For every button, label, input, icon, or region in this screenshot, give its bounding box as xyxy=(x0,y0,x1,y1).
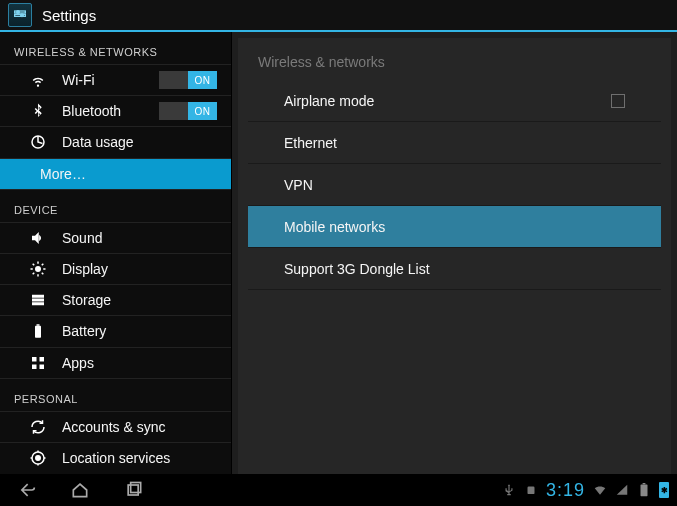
home-button[interactable] xyxy=(62,479,98,501)
status-clock: 3:19 xyxy=(546,480,585,501)
panel-item-ethernet[interactable]: Ethernet xyxy=(248,122,661,164)
detail-panel: Wireless & networks Airplane mode Ethern… xyxy=(232,32,677,474)
svg-rect-7 xyxy=(32,299,44,302)
svg-rect-19 xyxy=(641,484,648,496)
panel-item-airplane-mode[interactable]: Airplane mode xyxy=(248,80,661,122)
svg-rect-9 xyxy=(35,326,41,338)
section-header-device: DEVICE xyxy=(0,190,231,223)
sidebar-item-label: Sound xyxy=(62,230,102,246)
svg-rect-18 xyxy=(131,483,141,493)
svg-point-15 xyxy=(36,456,41,461)
sidebar-item-label: Storage xyxy=(62,292,111,308)
sidebar-item-storage[interactable]: Storage xyxy=(0,285,231,316)
section-header-personal: PERSONAL xyxy=(0,379,231,412)
bluetooth-toggle[interactable]: ON xyxy=(159,102,217,120)
sidebar-item-label: Battery xyxy=(62,323,106,339)
sidebar-item-more[interactable]: More… xyxy=(0,159,231,190)
panel-title: Wireless & networks xyxy=(238,38,671,80)
sound-icon xyxy=(28,228,48,248)
wifi-icon xyxy=(28,70,48,90)
sidebar-item-accounts-sync[interactable]: Accounts & sync xyxy=(0,412,231,443)
sidebar-item-label: More… xyxy=(40,166,86,182)
panel-item-label: Mobile networks xyxy=(284,219,385,235)
svg-rect-8 xyxy=(32,302,44,305)
sidebar-item-battery[interactable]: Battery xyxy=(0,316,231,347)
battery-icon xyxy=(28,321,48,341)
data-usage-icon xyxy=(28,132,48,152)
android-debug-icon xyxy=(524,483,538,497)
wifi-toggle[interactable]: ON xyxy=(159,71,217,89)
sidebar-item-data-usage[interactable]: Data usage xyxy=(0,127,231,158)
wifi-signal-icon xyxy=(593,483,607,497)
svg-rect-10 xyxy=(37,325,40,327)
settings-app-icon xyxy=(8,3,32,27)
sidebar-item-sound[interactable]: Sound xyxy=(0,223,231,254)
svg-rect-17 xyxy=(128,485,138,495)
panel-item-label: Ethernet xyxy=(284,135,337,151)
bluetooth-status-icon: ✱ xyxy=(659,482,669,498)
sync-icon xyxy=(28,417,48,437)
sidebar-item-label: Location services xyxy=(62,450,170,466)
sidebar-item-apps[interactable]: Apps xyxy=(0,348,231,379)
apps-icon xyxy=(28,353,48,373)
svg-rect-12 xyxy=(40,357,45,362)
section-header-wireless: WIRELESS & NETWORKS xyxy=(0,32,231,65)
sidebar-item-bluetooth[interactable]: Bluetooth ON xyxy=(0,96,231,127)
display-icon xyxy=(28,259,48,279)
sidebar-item-label: Wi-Fi xyxy=(62,72,95,88)
svg-rect-14 xyxy=(40,364,45,369)
panel-item-support-3g-dongle-list[interactable]: Support 3G Dongle List xyxy=(248,248,661,290)
sidebar-item-display[interactable]: Display xyxy=(0,254,231,285)
svg-point-2 xyxy=(17,11,20,14)
app-bar: Settings xyxy=(0,0,677,32)
sidebar-item-label: Accounts & sync xyxy=(62,419,166,435)
navigation-bar: 3:19 ✱ xyxy=(0,474,677,506)
sidebar-item-label: Display xyxy=(62,261,108,277)
sidebar-item-label: Data usage xyxy=(62,134,134,150)
sidebar-item-label: Bluetooth xyxy=(62,103,121,119)
panel-item-label: Airplane mode xyxy=(284,93,374,109)
panel-item-label: VPN xyxy=(284,177,313,193)
cell-signal-icon xyxy=(615,483,629,497)
svg-point-5 xyxy=(35,266,41,272)
sidebar-item-location-services[interactable]: Location services xyxy=(0,443,231,474)
panel-item-mobile-networks[interactable]: Mobile networks xyxy=(248,206,661,248)
svg-rect-6 xyxy=(32,295,44,298)
settings-sidebar: WIRELESS & NETWORKS Wi-Fi ON Bluetooth O… xyxy=(0,32,232,474)
storage-icon xyxy=(28,290,48,310)
panel-item-label: Support 3G Dongle List xyxy=(284,261,430,277)
panel-item-vpn[interactable]: VPN xyxy=(248,164,661,206)
battery-status-icon xyxy=(637,483,651,497)
sidebar-item-label: Apps xyxy=(62,355,94,371)
location-icon xyxy=(28,448,48,468)
bluetooth-icon xyxy=(28,101,48,121)
app-title: Settings xyxy=(42,7,96,24)
usb-icon xyxy=(502,483,516,497)
svg-rect-13 xyxy=(32,364,37,369)
svg-point-3 xyxy=(21,14,24,17)
recent-apps-button[interactable] xyxy=(116,479,152,501)
airplane-mode-checkbox[interactable] xyxy=(611,94,625,108)
sidebar-item-wifi[interactable]: Wi-Fi ON xyxy=(0,65,231,96)
svg-rect-20 xyxy=(643,483,646,484)
svg-rect-11 xyxy=(32,357,37,362)
back-button[interactable] xyxy=(8,479,44,501)
